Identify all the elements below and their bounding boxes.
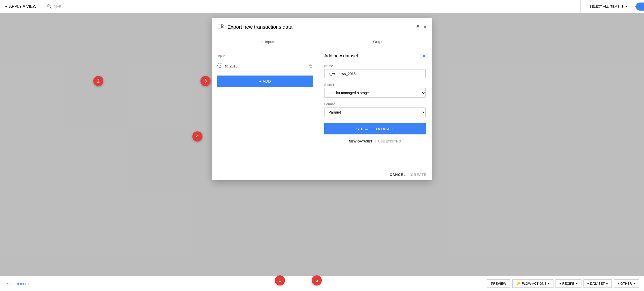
chevron-down-icon: ▾: [633, 282, 635, 285]
step-badge-5: 5: [312, 275, 322, 285]
search-shortcut: ⌘+F: [54, 5, 61, 8]
link-icon: ↗: [5, 281, 8, 286]
close-icon[interactable]: ×: [423, 24, 427, 30]
search-icon: 🔍: [47, 4, 52, 9]
name-field-group: Name: [324, 64, 426, 78]
panel-title: Add new dataset: [324, 53, 423, 59]
dataset-button[interactable]: + DATASET ▾: [583, 279, 612, 288]
dialog-inputs-panel: Input tx_2018 🗑 + ADD: [212, 48, 318, 169]
use-existing-label[interactable]: USE EXISTING: [378, 139, 401, 143]
inputs-arrow-icon: →: [259, 40, 263, 44]
create-dataset-button[interactable]: CREATE DATASET: [324, 123, 426, 134]
step-badge-3: 3: [200, 76, 211, 86]
other-label: + OTHER: [618, 282, 632, 285]
export-dialog: Export new transactions data 👁 × → Input…: [212, 18, 432, 180]
input-item-tx2018: tx_2018 🗑: [217, 61, 313, 71]
separator: |: [375, 139, 375, 143]
dataset-name-input[interactable]: [324, 69, 426, 78]
format-label: Format: [324, 102, 426, 106]
tab-outputs-label: Outputs: [373, 40, 387, 44]
store-into-field-group: Store into dataiku-managed-storage: [324, 83, 426, 98]
panel-close-icon[interactable]: ×: [423, 53, 426, 59]
chevron-down-icon: ▾: [5, 4, 7, 9]
chevron-down-icon: ▾: [625, 5, 627, 8]
step-badge-1: 1: [275, 275, 285, 285]
cancel-button[interactable]: CANCEL: [390, 173, 406, 177]
format-select[interactable]: Parquet CSV JSON: [324, 107, 426, 117]
other-button[interactable]: + OTHER ▾: [614, 279, 639, 288]
panel-title-row: Add new dataset ×: [324, 53, 426, 59]
format-field-group: Format Parquet CSV JSON: [324, 102, 426, 117]
chevron-down-icon: ▾: [576, 282, 578, 285]
learn-more-link[interactable]: ↗ Learn more: [5, 281, 29, 286]
apply-view-button[interactable]: ▾ APPLY A VIEW: [0, 0, 42, 13]
store-into-select[interactable]: dataiku-managed-storage: [324, 88, 426, 98]
new-dataset-label[interactable]: NEW DATASET: [349, 139, 372, 143]
preview-button[interactable]: PREVIEW: [487, 279, 510, 288]
delete-icon[interactable]: 🗑: [309, 64, 313, 68]
dialog-header: Export new transactions data 👁 ×: [212, 18, 432, 36]
store-into-label: Store into: [324, 83, 426, 87]
outputs-arrow-icon: →: [367, 40, 371, 44]
add-dataset-panel: Add new dataset × Name Store into dataik…: [318, 48, 432, 148]
input-name: tx_2018: [225, 64, 306, 68]
top-bar: ▾ APPLY A VIEW 🔍 ⌘+F SELECT ALL ITEMS 1 …: [0, 0, 644, 13]
chevron-down-icon: ▾: [606, 282, 608, 285]
upload-icon: [217, 63, 222, 69]
tab-inputs-label: Inputs: [265, 40, 275, 44]
dialog-outputs-panel: Add new dataset × Name Store into dataik…: [318, 48, 432, 169]
bottom-bar-actions: PREVIEW 🔑 FLOW ACTIONS ▾ + RECIPE ▾ + DA…: [487, 279, 639, 288]
input-section-label: Input: [217, 54, 313, 58]
recipe-button[interactable]: + RECIPE ▾: [555, 279, 581, 288]
dialog-body: Input tx_2018 🗑 + ADD: [212, 48, 432, 169]
chevron-down-icon: ▾: [548, 282, 550, 285]
add-input-button[interactable]: + ADD: [217, 76, 313, 87]
select-all-button[interactable]: SELECT ALL ITEMS 1 ▾: [586, 3, 631, 10]
tab-outputs[interactable]: → Outputs: [322, 36, 432, 48]
select-count: 1: [622, 5, 623, 8]
dialog-backdrop: Export new transactions data 👁 × → Input…: [0, 13, 644, 276]
top-bar-right: SELECT ALL ITEMS 1 ▾ ←: [581, 3, 644, 10]
search-bar[interactable]: 🔍 ⌘+F: [42, 0, 581, 13]
dialog-tabs: → Inputs → Outputs: [212, 36, 432, 48]
flow-actions-button[interactable]: 🔑 FLOW ACTIONS ▾: [512, 279, 553, 288]
recipe-label: + RECIPE: [559, 282, 574, 285]
info-circle[interactable]: i: [636, 3, 644, 11]
step-badge-2: 2: [93, 76, 103, 86]
dataset-links: NEW DATASET | USE EXISTING: [324, 139, 426, 143]
key-icon: 🔑: [516, 282, 520, 285]
eye-icon[interactable]: 👁: [416, 24, 420, 30]
dialog-title: Export new transactions data: [227, 24, 413, 30]
learn-more-label: Learn more: [9, 281, 29, 286]
bottom-bar: ↗ Learn more PREVIEW 🔑 FLOW ACTIONS ▾ + …: [0, 276, 644, 291]
select-all-label: SELECT ALL ITEMS: [590, 5, 620, 8]
apply-view-label: APPLY A VIEW: [9, 4, 37, 9]
step-badge-4: 4: [192, 131, 202, 141]
tab-inputs[interactable]: → Inputs: [212, 36, 322, 48]
dialog-footer: CANCEL CREATE: [212, 169, 432, 180]
create-button[interactable]: CREATE: [411, 173, 427, 177]
dataset-label: + DATASET: [587, 282, 605, 285]
dialog-header-icon: [217, 23, 224, 31]
info-icon: i: [639, 5, 640, 9]
name-label: Name: [324, 64, 426, 68]
